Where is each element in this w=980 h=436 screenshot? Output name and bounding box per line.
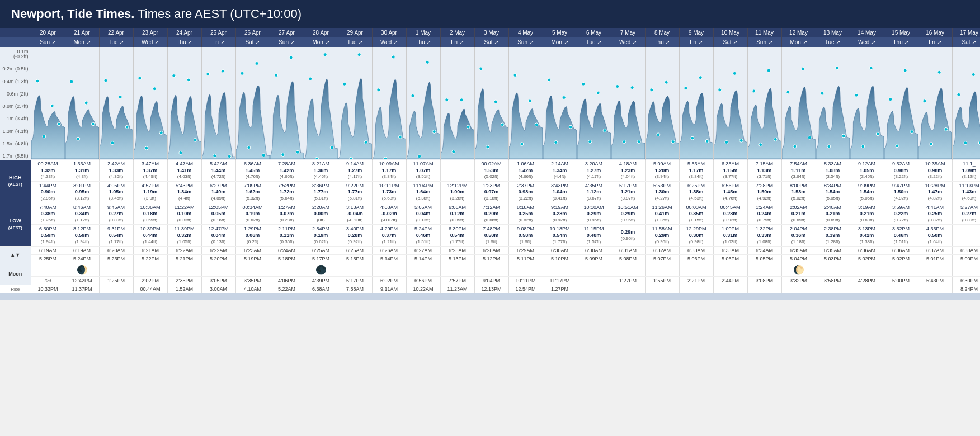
data-cell-4: 5:43PM1.34m(4.4ft) <box>167 181 201 203</box>
month-label-4: 24 Apr <box>176 30 192 36</box>
sunset-5: 5:20PM <box>201 255 235 263</box>
svg-point-53 <box>486 145 489 149</box>
month-label-2: 22 Apr <box>108 30 124 36</box>
moonrise-14: 12:54PM <box>508 285 543 293</box>
sunset-15: 5:10PM <box>543 255 577 263</box>
day-label-2: Tue ↗ <box>109 39 124 45</box>
sunset-21: 5:05PM <box>747 255 781 263</box>
svg-point-52 <box>479 67 482 70</box>
svg-point-30 <box>289 56 293 59</box>
month-label-8: 28 Apr <box>313 30 329 36</box>
moonset-16: 1:27PM <box>611 277 645 285</box>
moonset-0: 12:42PM <box>65 277 99 285</box>
sunrise-1: 6:19AM <box>65 247 99 255</box>
data-cell-14: 1:06AM1.42m(4.66ft) <box>508 160 543 181</box>
data-cell-0: 1:44PM0.90m(2.95ft) <box>31 181 65 203</box>
sunrise-row: ▲▼6:19AM6:19AM6:20AM6:21AM6:22AM6:22AM6:… <box>0 247 980 255</box>
svg-point-90 <box>801 67 804 70</box>
sunset-25: 5:02PM <box>884 255 918 263</box>
moonset-6: 4:06PM <box>270 277 304 285</box>
tide-svg-3 <box>134 47 167 159</box>
chart-cell-22 <box>781 47 816 160</box>
moonrise-1: 11:37PM <box>65 285 99 293</box>
chart-cell-10 <box>372 47 406 160</box>
data-cell-15: 3:43PM1.04m(3.41ft) <box>543 181 577 203</box>
day-label-16: Tue ↗ <box>586 39 602 45</box>
data-row: 6:50PM0.59m(1.94ft)8:12PM0.59m(1.94ft)9:… <box>0 225 980 247</box>
data-cell-23: 8:34PM1.54m(5.05ft) <box>816 181 850 203</box>
moonset-5: 3:35PM <box>235 277 270 285</box>
chart-cell-9 <box>338 47 372 160</box>
svg-point-47 <box>432 130 436 134</box>
moon-phase-row: Moon🌒🌑🌔 <box>0 263 980 277</box>
moonset-row: Set12:42PM1:25PM2:02PM2:35PM3:05PM3:35PM… <box>0 277 980 285</box>
svg-point-28 <box>274 74 277 77</box>
sunrise-21: 6:34AM <box>747 247 781 255</box>
data-cell-18: 5:53PM1.30m(4.27ft) <box>645 181 679 203</box>
data-cell-2: 9:31PM0.54m(1.77ft) <box>99 225 133 247</box>
month-label-19: 9 May <box>689 30 704 36</box>
chart-cell-1 <box>65 47 99 160</box>
svg-point-14 <box>153 87 156 91</box>
y-axis: 1.7m (5.5ft)1.5m (4.8ft)1.3m (4.1ft)1m (… <box>0 47 31 160</box>
svg-point-84 <box>752 89 755 93</box>
tide-svg-6 <box>236 47 270 159</box>
data-cell-13: 1:23PM0.97m(3.18ft) <box>474 181 508 203</box>
moonrise-7: 5:22AM <box>270 285 304 293</box>
moonrise-20 <box>713 285 747 293</box>
svg-point-8 <box>103 79 107 82</box>
data-cell-18: 5:09AM1.20m(3.94ft) <box>645 160 679 181</box>
svg-point-44 <box>411 94 414 97</box>
data-cell-13: 00:02AM1.53m(5.02ft) <box>474 160 508 181</box>
svg-point-4 <box>69 80 73 83</box>
svg-point-63 <box>569 125 572 129</box>
data-cell-21: 1:32PM0.33m(1.08ft) <box>747 225 781 247</box>
chart-cell-24 <box>850 47 884 160</box>
svg-point-36 <box>342 82 346 86</box>
svg-point-62 <box>562 96 566 99</box>
data-cell-17: 5:17PM1.21m(3.97ft) <box>611 181 645 203</box>
day-label-19: Fri ↗ <box>690 39 702 45</box>
moon-phase-1: 🌒 <box>65 263 99 277</box>
sunrise-23: 6:35AM <box>816 247 850 255</box>
yaxis-label: 0.1m (-0.2ft) <box>2 49 29 59</box>
data-cell-22: 2:04PM0.36m(1.18ft) <box>781 225 816 247</box>
data-cell-25: 9:47PM1.50m(4.92ft) <box>884 181 918 203</box>
data-row: LOW(AEST)7:40AM0.38m(1.25ft)8:46AM0.34m(… <box>0 203 980 225</box>
data-cell-6: 00:34AM0.19m(0.62ft) <box>235 203 270 225</box>
scroll-row[interactable] <box>0 293 980 300</box>
month-label-0: 20 Apr <box>40 30 56 36</box>
moonrise-16 <box>577 285 611 293</box>
svg-point-7 <box>91 122 95 126</box>
data-cell-8: 2:54PM0.19m(0.62ft) <box>304 225 338 247</box>
sunrise-14: 6:29AM <box>508 247 543 255</box>
svg-point-105 <box>929 143 932 146</box>
moonrise-11: 10:22AM <box>406 285 440 293</box>
svg-point-11 <box>125 125 129 129</box>
data-cell-25: 9:52AM0.98m(3.22ft) <box>884 160 918 181</box>
moonset-19: 2:44PM <box>713 277 747 285</box>
chart-cell-16 <box>577 47 611 160</box>
tide-svg-4 <box>168 47 201 159</box>
moonrise-26 <box>918 285 952 293</box>
moonrise-12: 11:23AM <box>440 285 474 293</box>
yaxis-label: 1.3m (4.1ft) <box>2 129 29 134</box>
yaxis-label: 0.8m (2.7ft) <box>2 104 29 109</box>
svg-point-68 <box>615 85 619 88</box>
svg-point-40 <box>376 88 380 92</box>
svg-point-93 <box>827 145 830 148</box>
svg-point-21 <box>213 154 216 158</box>
moonset-11: 7:57PM <box>440 277 474 285</box>
moon-label: Moon <box>0 263 31 285</box>
chart-cell-0 <box>31 47 65 160</box>
moon-phase-0 <box>31 263 65 277</box>
day-label-5: Fri ↗ <box>212 39 224 45</box>
moonset-8: 5:17PM <box>338 277 372 285</box>
tide-svg-8 <box>304 47 338 159</box>
data-cell-23: 2:38PM0.39m(1.28ft) <box>816 225 850 247</box>
sunset-23: 5:03PM <box>816 255 850 263</box>
month-label-21: 11 May <box>755 30 774 36</box>
data-cell-21: 7:28PM1.50m(4.92ft) <box>747 181 781 203</box>
day-label-9: Tue ↗ <box>347 39 363 45</box>
svg-point-76 <box>684 87 687 90</box>
